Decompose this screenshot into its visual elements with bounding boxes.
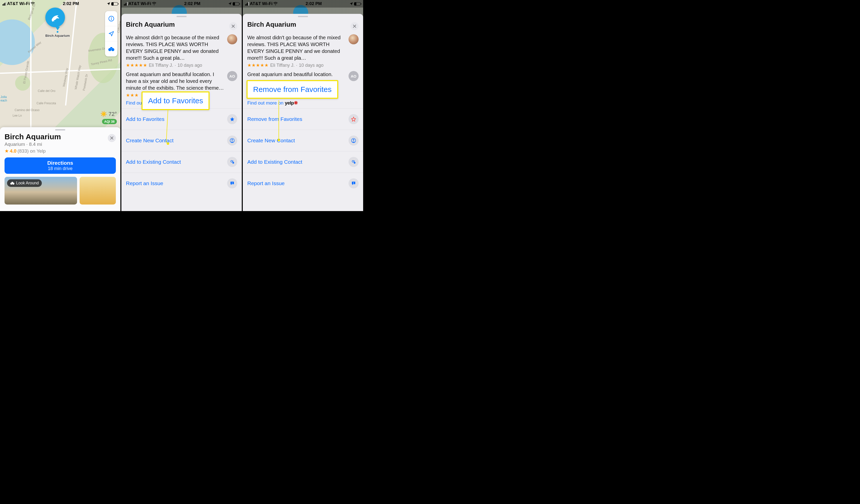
avatar: [348, 34, 359, 44]
battery-icon: [233, 2, 239, 5]
close-button[interactable]: [108, 134, 116, 142]
report-icon: [227, 178, 237, 188]
stars-icon: ★★★: [126, 92, 139, 98]
signal-icon: [124, 2, 128, 5]
yelp-link[interactable]: Find out more on yelp❋: [243, 99, 363, 108]
contact-icon: [348, 135, 359, 146]
screen-map: AT&T Wi-Fi 2:02 PM Biological Gr Calle d…: [0, 0, 121, 211]
svg-point-18: [354, 162, 356, 164]
svg-rect-20: [353, 184, 354, 184]
review-item: We almost didn't go because of the mixed…: [243, 32, 363, 69]
signal-icon: [245, 2, 249, 5]
look-around-pill[interactable]: Look Around: [7, 179, 42, 187]
callout-remove-favorites: Remove from Favorites: [246, 80, 338, 99]
sheet-grabber[interactable]: [55, 129, 65, 130]
map-controls: [105, 11, 117, 56]
place-card[interactable]: Birch Aquarium Aquarium · 8.4 mi ★4.0 (8…: [0, 127, 120, 211]
svg-rect-13: [232, 182, 232, 183]
location-icon: [107, 2, 110, 5]
directions-button[interactable]: Directions 18 min drive: [4, 157, 116, 174]
callout-add-favorites: Add to Favorites: [142, 91, 210, 110]
svg-point-10: [232, 139, 233, 141]
svg-rect-14: [232, 184, 232, 184]
location-icon: [349, 2, 353, 5]
avatar: AO: [227, 71, 237, 81]
aqi-badge: AQI 38: [102, 119, 117, 124]
pin-label: Birch Aquarium: [45, 34, 70, 38]
wifi-icon: [30, 2, 35, 5]
battery-icon: [111, 2, 118, 5]
sheet-title: Birch Aquarium: [247, 21, 296, 28]
callout-line: [278, 100, 279, 139]
svg-rect-5: [110, 47, 112, 48]
contact-swap-icon: [227, 157, 237, 167]
locate-button[interactable]: [105, 26, 117, 41]
clock-label: 2:02 PM: [63, 1, 79, 6]
create-contact-row[interactable]: Create New Contact: [243, 130, 363, 151]
screen-add-favorite: AT&T Wi-Fi 2:02 PM Birch Aquarium We alm…: [121, 0, 243, 211]
sheet-title: Birch Aquarium: [126, 21, 175, 28]
svg-rect-19: [353, 182, 354, 183]
add-existing-contact-row[interactable]: Add to Existing Contact: [121, 151, 242, 173]
report-icon: [348, 178, 359, 188]
map-pin[interactable]: Birch Aquarium: [45, 8, 70, 38]
add-to-favorites-row[interactable]: Add to Favorites: [121, 108, 242, 130]
stars-icon: ★★★★★: [247, 62, 269, 68]
detail-sheet[interactable]: Birch Aquarium We almost didn't go becau…: [243, 14, 363, 211]
carrier-label: AT&T Wi-Fi: [7, 1, 30, 6]
remove-from-favorites-row[interactable]: Remove from Favorites: [243, 108, 363, 130]
signal-icon: [2, 2, 6, 5]
screen-remove-favorite: AT&T Wi-Fi 2:02 PM Birch Aquarium We alm…: [243, 0, 364, 211]
svg-point-17: [352, 160, 354, 162]
sun-icon: ☀️: [100, 111, 107, 117]
contact-icon: [227, 135, 237, 146]
review-item: We almost didn't go because of the mixed…: [121, 32, 242, 69]
binoculars-button[interactable]: [105, 41, 117, 56]
stars-icon: ★★★★★: [126, 62, 147, 68]
status-bar: AT&T Wi-Fi 2:02 PM: [0, 0, 120, 8]
svg-point-16: [353, 139, 354, 141]
star-filled-icon: [227, 114, 237, 124]
location-icon: [228, 2, 232, 5]
binoculars-icon: [10, 181, 15, 185]
avatar: [227, 34, 237, 44]
yelp-logo: yelp❋: [285, 100, 298, 105]
svg-point-12: [232, 162, 234, 164]
svg-point-1: [111, 17, 112, 18]
report-issue-row[interactable]: Report an Issue: [121, 173, 242, 194]
detail-sheet[interactable]: Birch Aquarium We almost didn't go becau…: [121, 14, 242, 211]
sheet-grabber[interactable]: [298, 16, 308, 17]
create-contact-row[interactable]: Create New Contact: [121, 130, 242, 151]
report-issue-row[interactable]: Report an Issue: [243, 173, 363, 194]
callout-target-dot: [167, 142, 169, 145]
add-existing-contact-row[interactable]: Add to Existing Contact: [243, 151, 363, 173]
close-button[interactable]: [229, 22, 237, 30]
weather-badge: ☀️72° AQI 38: [100, 111, 117, 124]
svg-rect-8: [12, 182, 13, 183]
battery-icon: [354, 2, 361, 5]
svg-point-11: [231, 160, 232, 162]
photo-strip[interactable]: Look Around: [0, 177, 120, 204]
wifi-icon: [152, 2, 156, 5]
contact-swap-icon: [348, 157, 359, 167]
avatar: AO: [348, 71, 359, 81]
photo-thumb[interactable]: [80, 177, 116, 204]
place-subtitle: Aquarium · 8.4 mi: [4, 142, 61, 147]
dolphin-icon: [49, 12, 61, 23]
close-button[interactable]: [350, 22, 359, 30]
info-button[interactable]: [105, 11, 117, 26]
svg-rect-2: [111, 18, 112, 20]
place-rating: ★4.0 (833) on Yelp: [4, 148, 61, 154]
wifi-icon: [273, 2, 278, 5]
place-title: Birch Aquarium: [4, 132, 61, 141]
sheet-grabber[interactable]: [176, 16, 187, 17]
photo-lookaround[interactable]: Look Around: [4, 177, 77, 204]
star-outline-icon: [348, 114, 359, 124]
